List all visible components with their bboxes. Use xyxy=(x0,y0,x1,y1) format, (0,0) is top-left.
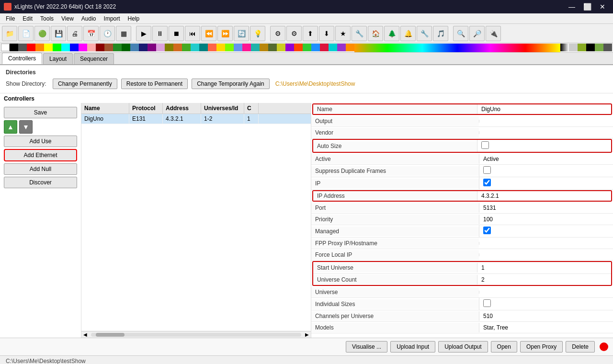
tb-upload[interactable]: ⬆ xyxy=(303,26,318,41)
color-green[interactable] xyxy=(53,44,61,51)
upload-input-button[interactable]: Upload Input xyxy=(390,341,435,353)
ip-checkbox[interactable] xyxy=(483,179,491,186)
menu-help[interactable]: Help xyxy=(124,14,144,23)
color-cyan[interactable] xyxy=(61,44,70,51)
color-orange[interactable] xyxy=(35,44,44,51)
tb-forward[interactable]: ⏩ xyxy=(217,26,233,41)
color-purple[interactable] xyxy=(148,44,156,51)
color-deeppink[interactable] xyxy=(242,44,251,51)
color-black2[interactable] xyxy=(586,44,595,51)
menu-file[interactable]: File xyxy=(2,14,19,23)
tb-download[interactable]: ⬇ xyxy=(319,26,334,41)
change-temporarily-again-button[interactable]: Change Temporarily Again xyxy=(192,79,270,89)
color-darkgoldenrod[interactable] xyxy=(260,44,268,51)
tb-calendar[interactable]: 📅 xyxy=(83,26,99,41)
color-magenta[interactable] xyxy=(79,44,87,51)
open-button[interactable]: Open xyxy=(491,341,517,353)
tb-plugin[interactable]: 🔌 xyxy=(486,26,501,41)
color-dark[interactable] xyxy=(18,44,27,51)
color-navy[interactable] xyxy=(139,44,148,51)
save-button[interactable]: Save xyxy=(4,107,77,118)
color-pink[interactable] xyxy=(87,44,96,51)
color-cornflower[interactable] xyxy=(234,44,242,51)
tb-new[interactable]: 📄 xyxy=(18,26,34,41)
color-yellowgreen2[interactable] xyxy=(277,44,285,51)
tb-star[interactable]: ★ xyxy=(335,26,351,41)
color-lightseagreen[interactable] xyxy=(251,44,260,51)
color-darkred[interactable] xyxy=(96,44,104,51)
tb-save[interactable]: 💾 xyxy=(51,26,66,41)
menu-import[interactable]: Import xyxy=(100,14,124,23)
tb-gear1[interactable]: ⚙ xyxy=(270,26,285,41)
color-crimson[interactable] xyxy=(320,44,329,51)
tb-prev[interactable]: ⏮ xyxy=(185,26,200,41)
scroll-thumb[interactable] xyxy=(96,333,125,337)
close-button[interactable]: ✕ xyxy=(596,2,609,11)
color-steelblue[interactable] xyxy=(130,44,139,51)
color-darkorchid[interactable] xyxy=(337,44,346,51)
tb-wrench[interactable]: 🔧 xyxy=(417,26,432,41)
tab-layout[interactable]: Layout xyxy=(43,53,73,64)
color-tomato[interactable] xyxy=(208,44,216,51)
table-row[interactable]: DigUno E131 4.3.2.1 1-2 1 xyxy=(81,114,311,124)
menu-view[interactable]: View xyxy=(57,14,78,23)
tb-stop[interactable]: ⏹ xyxy=(169,26,184,41)
tb-wand[interactable]: 🔧 xyxy=(352,26,367,41)
upload-output-button[interactable]: Upload Output xyxy=(438,341,488,353)
color-brown[interactable] xyxy=(104,44,113,51)
menu-edit[interactable]: Edit xyxy=(19,14,36,23)
tb-open-folder[interactable]: 📁 xyxy=(2,26,17,41)
table-scrollbar[interactable]: ◀ ▶ xyxy=(81,331,311,338)
color-teal2[interactable] xyxy=(191,44,199,51)
tb-gear2[interactable]: ⚙ xyxy=(286,26,302,41)
move-down-button[interactable]: ▼ xyxy=(19,120,33,134)
suppress-checkbox[interactable] xyxy=(483,166,491,174)
color-med-green[interactable] xyxy=(595,44,603,51)
tb-refresh[interactable]: 🔄 xyxy=(234,26,249,41)
color-darkgreen[interactable] xyxy=(122,44,130,51)
tb-bell[interactable]: 🔔 xyxy=(400,26,416,41)
color-red[interactable] xyxy=(27,44,35,51)
tab-controllers[interactable]: Controllers xyxy=(2,53,42,64)
tb-search2[interactable]: 🔎 xyxy=(469,26,485,41)
tab-sequencer[interactable]: Sequencer xyxy=(74,53,114,64)
add-null-button[interactable]: Add Null xyxy=(4,163,77,175)
color-chocolate[interactable] xyxy=(173,44,182,51)
color-black[interactable] xyxy=(10,44,18,51)
color-lime[interactable] xyxy=(182,44,191,51)
color-blue[interactable] xyxy=(70,44,79,51)
restore-to-permanent-button[interactable]: Restore to Permanent xyxy=(121,79,188,89)
scroll-right[interactable]: ▶ xyxy=(303,332,311,337)
color-teal[interactable] xyxy=(199,44,208,51)
scroll-left[interactable]: ◀ xyxy=(81,332,89,337)
color-gold[interactable] xyxy=(216,44,225,51)
color-gray[interactable] xyxy=(569,44,578,51)
open-proxy-button[interactable]: Open Proxy xyxy=(520,341,563,353)
tb-clock[interactable]: 🕐 xyxy=(100,26,115,41)
color-forestgreen[interactable] xyxy=(113,44,122,51)
color-yellowgreen[interactable] xyxy=(578,44,586,51)
delete-button[interactable]: Delete xyxy=(566,341,595,353)
autosize-checkbox[interactable] xyxy=(481,141,489,149)
tb-pause[interactable]: ⏸ xyxy=(152,26,168,41)
tb-print[interactable]: 🖨 xyxy=(67,26,82,41)
color-darkolive[interactable] xyxy=(268,44,277,51)
tb-music[interactable]: 🎵 xyxy=(433,26,448,41)
color-plum[interactable] xyxy=(156,44,165,51)
maximize-button[interactable]: ⬜ xyxy=(580,2,594,11)
tb-tree[interactable]: 🌲 xyxy=(384,26,399,41)
color-charcoal[interactable] xyxy=(603,44,612,51)
tb-house[interactable]: 🏠 xyxy=(368,26,383,41)
color-gradient[interactable] xyxy=(560,44,569,51)
color-orangered[interactable] xyxy=(294,44,303,51)
change-permanently-button[interactable]: Change Permanently xyxy=(53,79,117,89)
tb-bulb[interactable]: 💡 xyxy=(250,26,265,41)
color-white[interactable] xyxy=(1,44,10,51)
color-olive[interactable] xyxy=(165,44,173,51)
color-dodgerblue[interactable] xyxy=(311,44,320,51)
color-darkturquoise[interactable] xyxy=(329,44,337,51)
color-rainbow[interactable] xyxy=(354,44,560,52)
color-violet[interactable] xyxy=(285,44,294,51)
color-lawngreen[interactable] xyxy=(225,44,234,51)
tb-grid[interactable]: ▦ xyxy=(116,26,131,41)
